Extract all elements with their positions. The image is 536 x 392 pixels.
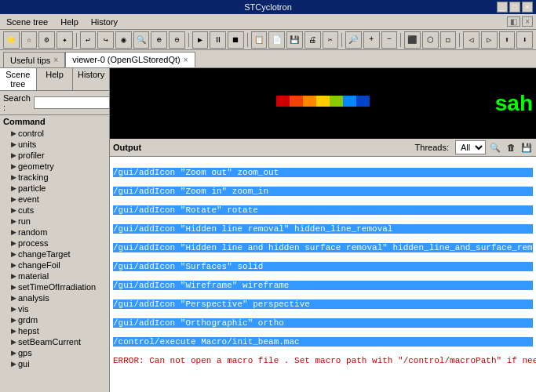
toolbar-btn-24[interactable]: ◻ <box>440 31 457 49</box>
menu-help[interactable]: Help <box>57 16 82 27</box>
arrow-icon: ▶ <box>11 217 16 225</box>
toolbar-btn-4[interactable]: ✦ <box>57 31 73 49</box>
toolbar-btn-28[interactable]: ⬇ <box>516 31 533 49</box>
sidebar-item-hepst[interactable]: ▶ hepst <box>0 325 109 336</box>
toolbar-btn-3[interactable]: ⚙ <box>38 31 55 49</box>
output-clear-icon[interactable]: 🗑 <box>505 141 517 154</box>
sidebar-item-control[interactable]: ▶ control <box>0 128 109 139</box>
toolbar-btn-11[interactable]: ▶ <box>192 31 209 49</box>
toolbar-btn-21[interactable]: − <box>381 31 398 49</box>
toolbar-btn-19[interactable]: 🔎 <box>345 31 362 49</box>
maximize-button[interactable]: □ <box>509 2 520 13</box>
sidebar-item-gps[interactable]: ▶ gps <box>0 347 109 358</box>
tab-viewer[interactable]: viewer-0 (OpenGLStoredQt) × <box>65 52 195 67</box>
toolbar-btn-26[interactable]: ▷ <box>481 31 498 49</box>
tree-item-label: particle <box>18 183 46 193</box>
tab-close-useful-tips[interactable]: × <box>53 56 58 64</box>
toolbar-btn-17[interactable]: 🖨 <box>304 31 321 49</box>
toolbar-btn-25[interactable]: ◁ <box>463 31 479 49</box>
arrow-icon: ▶ <box>11 129 16 137</box>
toolbar-btn-13[interactable]: ⏹ <box>228 31 244 49</box>
toolbar-btn-14[interactable]: 📋 <box>251 31 268 49</box>
menu-scene-tree[interactable]: Scene tree <box>3 16 51 27</box>
title-bar: STCyclotron _ □ × <box>0 0 536 14</box>
search-input[interactable] <box>34 96 110 109</box>
toolbar-btn-2[interactable]: ☆ <box>21 31 38 49</box>
search-label: Search : <box>3 93 31 112</box>
output-line-error: ERROR: Can not open a macro file . Set m… <box>113 356 533 365</box>
sidebar-item-run[interactable]: ▶ run <box>0 216 109 227</box>
threads-select[interactable]: All 0 1 2 <box>455 140 486 154</box>
bar-seg-7 <box>356 96 370 107</box>
tree-item-label: run <box>18 216 31 226</box>
tree-item-label: profiler <box>18 151 45 160</box>
color-bar <box>276 96 370 107</box>
arrow-icon: ▶ <box>11 250 16 258</box>
toolbar-btn-8[interactable]: 🔍 <box>133 31 150 49</box>
toolbar-btn-12[interactable]: ⏸ <box>210 31 226 49</box>
sidebar-item-process[interactable]: ▶ process <box>0 238 109 249</box>
arrow-icon: ▶ <box>11 349 16 357</box>
tree-item-label: random <box>18 227 47 237</box>
arrow-icon: ▶ <box>11 272 16 280</box>
sidebar-item-geometry[interactable]: ▶ geometry <box>0 161 109 172</box>
sidebar-tab-history[interactable]: History <box>73 68 109 90</box>
sidebar-item-changetarget[interactable]: ▶ changeTarget <box>0 249 109 260</box>
output-line: /control/execute Macro/init_beam.mac <box>113 337 533 347</box>
output-line: /gui/addIcon "Hidden line removal" hidde… <box>113 224 533 234</box>
sidebar-item-random[interactable]: ▶ random <box>0 227 109 238</box>
menu-history[interactable]: History <box>88 16 121 27</box>
panel-toggle-1[interactable]: ◧ <box>507 16 520 27</box>
sidebar-item-profiler[interactable]: ▶ profiler <box>0 150 109 161</box>
sidebar-item-grdm[interactable]: ▶ grdm <box>0 314 109 325</box>
toolbar-btn-23[interactable]: ⬡ <box>422 31 439 49</box>
output-header: Output Threads: All 0 1 2 🔍 🗑 💾 <box>110 139 536 157</box>
toolbar-btn-5[interactable]: ↩ <box>80 31 97 49</box>
bar-seg-4 <box>316 96 330 107</box>
toolbar-btn-20[interactable]: + <box>363 31 380 49</box>
toolbar-btn-16[interactable]: 💾 <box>286 31 303 49</box>
toolbar-btn-10[interactable]: ⊖ <box>169 31 185 49</box>
toolbar-sep-2 <box>188 33 189 47</box>
sidebar-item-units[interactable]: ▶ units <box>0 139 109 150</box>
toolbar-btn-18[interactable]: ✂ <box>323 31 339 49</box>
sidebar-tab-help[interactable]: Help <box>37 68 74 90</box>
sidebar-item-changefoil[interactable]: ▶ changeFoil <box>0 260 109 270</box>
close-button[interactable]: × <box>522 2 533 13</box>
right-panel: sah Output Threads: All 0 1 2 🔍 🗑 💾 <box>110 68 536 392</box>
toolbar-btn-15[interactable]: 📄 <box>268 31 285 49</box>
sidebar-item-setbeamcurrent[interactable]: ▶ setBeamCurrent <box>0 336 109 347</box>
sidebar-item-gui[interactable]: ▶ gui <box>0 358 109 369</box>
output-content[interactable]: /gui/addIcon "Zoom out" zoom_out /gui/ad… <box>110 157 536 392</box>
arrow-icon: ▶ <box>11 360 16 368</box>
arrow-icon: ▶ <box>11 239 16 247</box>
tab-useful-tips[interactable]: Useful tips × <box>3 52 65 67</box>
toolbar-btn-27[interactable]: ⬆ <box>499 31 516 49</box>
toolbar-btn-7[interactable]: ◉ <box>115 31 132 49</box>
sidebar-item-tracking[interactable]: ▶ tracking <box>0 172 109 183</box>
tree-item-label: changeTarget <box>18 249 71 259</box>
output-line: /gui/addIcon "Zoom out" zoom_out <box>113 168 533 177</box>
sidebar-tab-bar: Scene tree Help History <box>0 68 109 91</box>
minimize-button[interactable]: _ <box>497 2 508 13</box>
toolbar-btn-9[interactable]: ⊕ <box>151 31 167 49</box>
toolbar-btn-22[interactable]: ⬛ <box>404 31 421 49</box>
tab-close-viewer[interactable]: × <box>184 56 188 64</box>
bar-seg-3 <box>303 96 316 107</box>
sidebar-item-material[interactable]: ▶ material <box>0 270 109 281</box>
threads-label: Threads: <box>415 143 449 152</box>
sidebar-item-event[interactable]: ▶ event <box>0 194 109 205</box>
toolbar-btn-1[interactable]: ⭐ <box>3 31 20 49</box>
tree-item-label: cuts <box>18 205 34 215</box>
sidebar-item-analysis[interactable]: ▶ analysis <box>0 292 109 303</box>
sidebar-item-cuts[interactable]: ▶ cuts <box>0 205 109 216</box>
sidebar-item-vis[interactable]: ▶ vis <box>0 303 109 314</box>
output-save-icon[interactable]: 💾 <box>520 141 533 154</box>
toolbar-btn-6[interactable]: ↪ <box>97 31 114 49</box>
sidebar-tab-scene-tree[interactable]: Scene tree <box>0 68 37 90</box>
panel-toggle-2[interactable]: × <box>522 16 533 27</box>
output-search-icon[interactable]: 🔍 <box>489 141 501 154</box>
sidebar-item-particle[interactable]: ▶ particle <box>0 183 109 194</box>
arrow-icon: ▶ <box>11 140 16 148</box>
sidebar-item-settimeofirradiation[interactable]: ▶ setTimeOfIrradiation <box>0 281 109 292</box>
